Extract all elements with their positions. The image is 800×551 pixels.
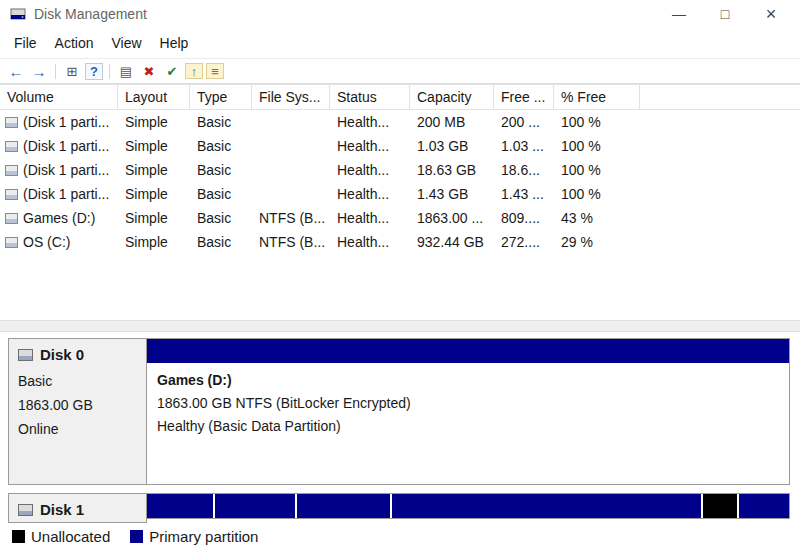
disk1-segment-primary_partition[interactable]	[297, 494, 392, 518]
disk0-size: 1863.00 GB	[18, 393, 137, 417]
column-header-status[interactable]: Status	[330, 85, 410, 109]
disk0-type: Basic	[18, 369, 137, 393]
cell-status: Health...	[330, 186, 410, 202]
cell-capacity: 1.03 GB	[410, 138, 494, 154]
menu-bar: File Action View Help	[0, 28, 800, 58]
menu-help[interactable]: Help	[151, 30, 198, 56]
disk-icon	[18, 504, 33, 516]
cell-volume: (Disk 1 parti...	[0, 138, 118, 154]
volume-row[interactable]: OS (C:) Simple Basic NTFS (B... Health..…	[0, 230, 800, 254]
cell-status: Health...	[330, 162, 410, 178]
legend-item-unallocated: Unallocated	[12, 528, 110, 545]
pane-splitter[interactable]	[0, 320, 800, 332]
cell-filesystem: NTFS (B...	[252, 234, 330, 250]
disk0-partition-info: Games (D:) 1863.00 GB NTFS (BitLocker En…	[147, 363, 789, 444]
volume-name: Games (D:)	[23, 210, 95, 226]
disk0-partition-box[interactable]: Games (D:) 1863.00 GB NTFS (BitLocker En…	[146, 338, 790, 485]
graphical-view: Disk 0 Basic 1863.00 GB Online Games (D:…	[0, 332, 800, 545]
cell-status: Health...	[330, 210, 410, 226]
volume-icon	[5, 165, 18, 176]
forward-icon[interactable]: →	[29, 61, 49, 81]
volume-icon	[5, 213, 18, 224]
console-tree-icon[interactable]: ⊞	[62, 61, 82, 81]
cell-free: 1.03 ...	[494, 138, 554, 154]
open-folder-icon[interactable]: ↑	[185, 63, 203, 79]
cell-type: Basic	[190, 234, 252, 250]
volume-row[interactable]: (Disk 1 parti... Simple Basic Health... …	[0, 134, 800, 158]
cell-volume: (Disk 1 parti...	[0, 114, 118, 130]
delete-volume-icon[interactable]: ✖	[139, 61, 159, 81]
volume-row[interactable]: Games (D:) Simple Basic NTFS (B... Healt…	[0, 206, 800, 230]
cell-layout: Simple	[118, 186, 190, 202]
cell-free: 272....	[494, 234, 554, 250]
disk0-label[interactable]: Disk 0 Basic 1863.00 GB Online	[8, 338, 147, 485]
unallocated-swatch	[12, 530, 25, 543]
column-header-filesystem[interactable]: File Sys...	[252, 85, 330, 109]
partition-title: Games (D:)	[157, 369, 779, 392]
disk1-segment-unallocated[interactable]	[703, 494, 739, 518]
help-icon[interactable]: ?	[85, 63, 103, 80]
disk1-segment-primary_partition[interactable]	[215, 494, 297, 518]
volume-list: Volume Layout Type File Sys... Status Ca…	[0, 84, 800, 320]
toolbar: ← → ⊞ ? ▤ ✖ ✔ ↑ ≡	[0, 58, 800, 84]
properties-icon[interactable]: ▤	[116, 61, 136, 81]
disk1-segment-primary_partition[interactable]	[147, 494, 215, 518]
column-header-type[interactable]: Type	[190, 85, 252, 109]
column-header-volume[interactable]: Volume	[0, 85, 118, 109]
column-header-filler	[640, 85, 800, 109]
volume-row[interactable]: (Disk 1 parti... Simple Basic Health... …	[0, 158, 800, 182]
table-header: Volume Layout Type File Sys... Status Ca…	[0, 84, 800, 110]
toolbar-separator	[109, 64, 110, 79]
cell-volume: (Disk 1 parti...	[0, 162, 118, 178]
legend-label: Unallocated	[31, 528, 110, 545]
maximize-button[interactable]: □	[702, 0, 748, 28]
column-header-pctfree[interactable]: % Free	[554, 85, 640, 109]
column-header-layout[interactable]: Layout	[118, 85, 190, 109]
volume-icon	[5, 189, 18, 200]
cell-pctfree: 100 %	[554, 114, 640, 130]
cell-capacity: 18.63 GB	[410, 162, 494, 178]
cell-volume: (Disk 1 parti...	[0, 186, 118, 202]
cell-pctfree: 100 %	[554, 138, 640, 154]
volume-name: (Disk 1 parti...	[23, 138, 109, 154]
menu-file[interactable]: File	[5, 30, 46, 56]
minimize-button[interactable]: —	[656, 0, 702, 28]
partition-status: Healthy (Basic Data Partition)	[157, 415, 779, 438]
volume-row[interactable]: (Disk 1 parti... Simple Basic Health... …	[0, 182, 800, 206]
column-header-capacity[interactable]: Capacity	[410, 85, 494, 109]
disk1-segment-primary_partition[interactable]	[739, 494, 789, 518]
disk1-segment-primary_partition[interactable]	[392, 494, 703, 518]
cell-status: Health...	[330, 234, 410, 250]
cell-layout: Simple	[118, 210, 190, 226]
volume-icon	[5, 237, 18, 248]
cell-free: 200 ...	[494, 114, 554, 130]
cell-free: 1.43 ...	[494, 186, 554, 202]
disk0-row: Disk 0 Basic 1863.00 GB Online Games (D:…	[8, 338, 790, 485]
legend: Unallocated Primary partition	[8, 523, 790, 545]
cell-layout: Simple	[118, 138, 190, 154]
legend-label: Primary partition	[149, 528, 258, 545]
cell-pctfree: 100 %	[554, 186, 640, 202]
primary-partition-swatch	[130, 530, 143, 543]
cell-pctfree: 29 %	[554, 234, 640, 250]
cell-type: Basic	[190, 138, 252, 154]
cell-type: Basic	[190, 186, 252, 202]
back-icon[interactable]: ←	[6, 61, 26, 81]
disk1-name: Disk 1	[40, 501, 84, 518]
column-header-free[interactable]: Free ...	[494, 85, 554, 109]
close-button[interactable]: ×	[748, 0, 794, 28]
window-title: Disk Management	[34, 6, 648, 22]
views-icon[interactable]: ≡	[206, 63, 224, 79]
menu-action[interactable]: Action	[46, 30, 103, 56]
cell-volume: Games (D:)	[0, 210, 118, 226]
disk1-label[interactable]: Disk 1	[8, 493, 147, 523]
menu-view[interactable]: View	[102, 30, 150, 56]
title-bar: Disk Management — □ ×	[0, 0, 800, 28]
cell-pctfree: 43 %	[554, 210, 640, 226]
cell-type: Basic	[190, 162, 252, 178]
cell-type: Basic	[190, 210, 252, 226]
disk0-name: Disk 0	[40, 346, 84, 363]
mark-partition-icon[interactable]: ✔	[162, 61, 182, 81]
volume-row[interactable]: (Disk 1 parti... Simple Basic Health... …	[0, 110, 800, 134]
toolbar-separator	[55, 64, 56, 79]
